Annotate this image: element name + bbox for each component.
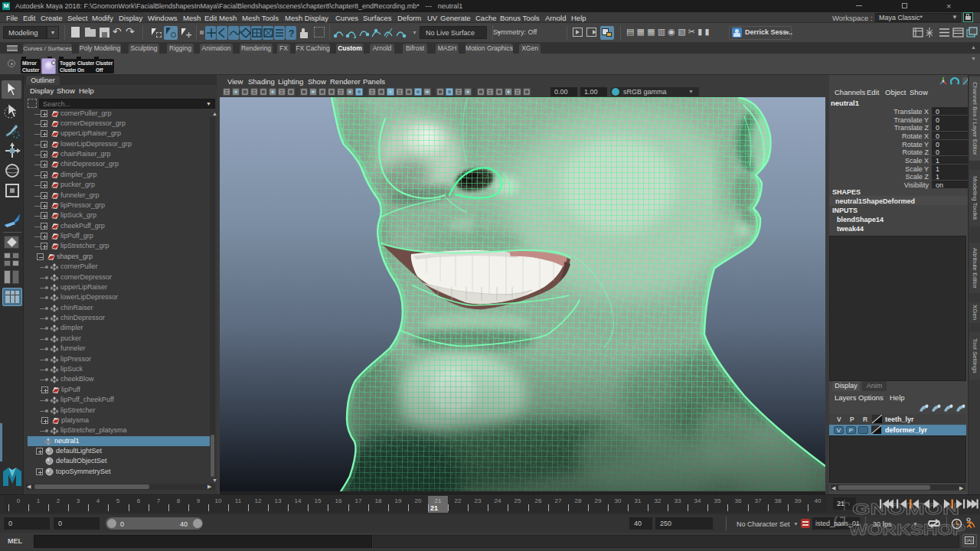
svg-text:?: ?	[289, 28, 294, 39]
